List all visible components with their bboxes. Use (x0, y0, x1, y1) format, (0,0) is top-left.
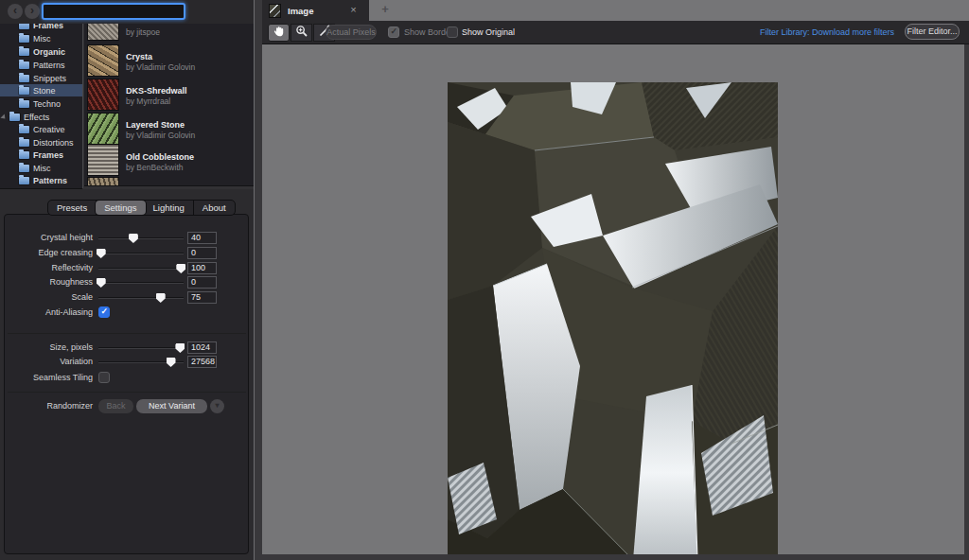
randomizer-options-button[interactable]: ▾ (210, 399, 224, 413)
filter-name[interactable]: Crysta (126, 52, 152, 61)
tab-presets[interactable]: Presets (48, 201, 97, 215)
filter-author: by Vladimir Golovin (126, 62, 195, 72)
separator (8, 392, 246, 393)
slider-label: Reflectivity (0, 263, 93, 272)
zoom-tool-button[interactable] (291, 24, 312, 42)
sidebar-item-effects[interactable]: Effects (0, 111, 82, 123)
forward-icon: › (30, 4, 34, 17)
hand-tool-button[interactable] (268, 24, 290, 42)
filter-thumbnail[interactable] (88, 45, 118, 76)
hand-icon (273, 25, 286, 42)
separator (8, 333, 246, 334)
folder-icon (19, 24, 29, 29)
window-bottom-edge (262, 554, 964, 560)
size-value-field[interactable]: 1024 (187, 341, 217, 354)
size-label: Size, pixels (0, 342, 93, 352)
sidebar-item-distortions[interactable]: Distortions (0, 136, 82, 149)
folder-icon (19, 75, 29, 82)
window-right-edge (964, 44, 969, 560)
sidebar-item-techno[interactable]: Techno (0, 97, 82, 110)
settings-panel: Presets Settings Lighting About Crystal … (0, 189, 254, 560)
back-button[interactable]: ‹ (8, 4, 23, 19)
slider-value-field[interactable]: 0 (187, 276, 217, 289)
slider-track[interactable] (98, 237, 184, 239)
sidebar-item-frames-2[interactable]: Frames (0, 149, 82, 161)
search-input[interactable] (44, 9, 184, 22)
folder-icon (19, 100, 29, 108)
sidebar-item-frames[interactable]: Frames (0, 24, 82, 31)
filter-name[interactable]: Layered Stone (126, 120, 185, 130)
actual-pixels-button[interactable]: Actual Pixels (326, 25, 377, 40)
tab-settings[interactable]: Settings (96, 201, 145, 215)
sidebar-item-snippets[interactable]: Snippets (0, 72, 82, 84)
filter-editor-button[interactable]: Filter Editor... (905, 24, 960, 40)
folder-icon (9, 114, 20, 121)
randomizer-next-variant-button[interactable]: Next Variant (136, 399, 207, 413)
magnifier-plus-icon (295, 25, 308, 42)
image-toolbar: Actual Pixels Show Border Show Original … (262, 21, 969, 44)
slider-label: Scale (0, 292, 93, 302)
sidebar-item-creative[interactable]: Creative (0, 123, 82, 135)
preview-image (448, 82, 778, 554)
category-tree: Frames Misc Organic Patterns Snippets St… (0, 24, 83, 189)
slider-track[interactable] (98, 282, 184, 284)
filter-thumbnail[interactable] (88, 178, 118, 186)
show-border-checkbox[interactable] (388, 26, 399, 38)
sidebar-item-patterns-2[interactable]: Patterns (0, 174, 82, 186)
filter-thumbnail[interactable] (88, 114, 118, 144)
tab-lighting[interactable]: Lighting (145, 201, 194, 215)
randomizer-label: Randomizer (0, 401, 93, 411)
folder-icon (19, 151, 29, 159)
slider-label: Edge creasing (0, 248, 93, 257)
tab-title: Image (288, 6, 313, 16)
slider-label: Crystal height (0, 233, 93, 242)
variation-value-field[interactable]: 27568 (187, 356, 217, 368)
filter-author: by BenBeckwith (126, 163, 183, 172)
close-icon[interactable]: × (347, 4, 360, 16)
folder-icon (19, 35, 29, 43)
slider-value-field[interactable]: 0 (187, 247, 217, 259)
sidebar-item-organic[interactable]: Organic (0, 45, 82, 58)
show-original-checkbox[interactable] (447, 26, 458, 38)
slider-label: Roughness (0, 277, 93, 287)
slider-value-field[interactable]: 40 (187, 232, 217, 244)
folder-icon (19, 126, 29, 133)
seamless-tiling-label: Seamless Tiling (0, 373, 93, 382)
slider-value-field[interactable]: 75 (187, 291, 217, 304)
tab-about[interactable]: About (194, 201, 235, 215)
slider-track[interactable] (98, 347, 184, 349)
filter-thumbnail[interactable] (88, 24, 118, 40)
sidebar-item-stone[interactable]: Stone (0, 84, 82, 96)
back-icon: ‹ (13, 4, 17, 17)
slider-track[interactable] (98, 361, 184, 363)
folder-icon (19, 139, 29, 147)
filter-author: by Vladimir Golovin (126, 131, 195, 140)
disclosure-triangle-icon[interactable] (0, 114, 7, 120)
slider-track[interactable] (98, 253, 184, 254)
randomizer-back-button[interactable]: Back (98, 399, 133, 413)
folder-icon (19, 177, 29, 184)
filter-library-link[interactable]: Filter Library: Download more filters (760, 27, 894, 37)
sidebar-item-misc[interactable]: Misc (0, 32, 82, 44)
anti-aliasing-checkbox[interactable] (98, 306, 110, 318)
seamless-tiling-checkbox[interactable] (98, 372, 110, 383)
filter-name[interactable]: DKS-Shredwall (126, 86, 187, 96)
filter-name[interactable]: Old Cobblestone (126, 152, 194, 162)
new-tab-button[interactable]: + (379, 3, 392, 16)
panel-splitter[interactable] (254, 0, 262, 560)
anti-aliasing-label: Anti-Aliasing (0, 307, 93, 317)
filter-thumbnail[interactable] (88, 79, 118, 110)
filter-author: by jitspoe (126, 27, 160, 37)
image-canvas[interactable] (262, 44, 969, 554)
folder-icon (19, 165, 29, 172)
chevron-down-icon: ▾ (215, 401, 219, 410)
forward-button[interactable]: › (25, 4, 40, 19)
filter-thumbnail[interactable] (88, 145, 118, 175)
sidebar-item-misc-2[interactable]: Misc (0, 162, 82, 174)
sidebar-item-patterns[interactable]: Patterns (0, 59, 82, 71)
slider-track[interactable] (98, 268, 184, 270)
folder-icon (19, 48, 29, 56)
slider-track[interactable] (98, 297, 184, 299)
slider-value-field[interactable]: 100 (187, 262, 217, 274)
filter-author: by Myrrdraal (126, 96, 170, 106)
